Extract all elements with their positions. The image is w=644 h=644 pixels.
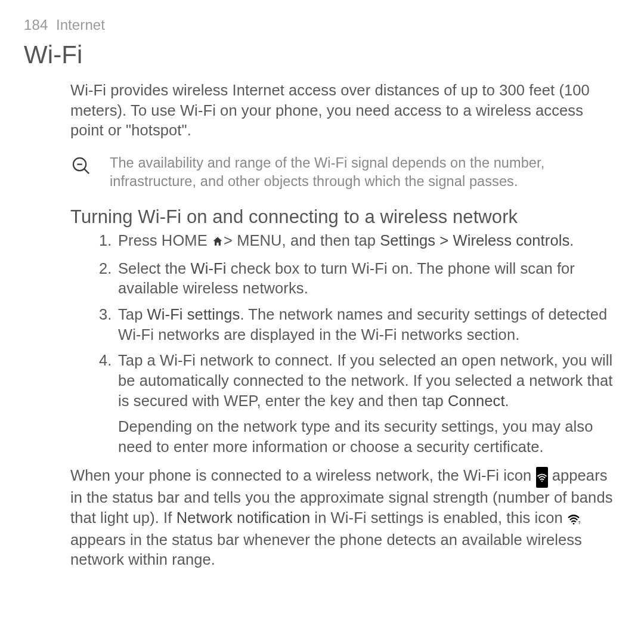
step-text: .: [505, 392, 509, 409]
step-text: Press HOME: [118, 232, 212, 249]
home-icon: [212, 233, 224, 253]
note-block: The availability and range of the Wi-Fi …: [21, 154, 623, 191]
step-1: Press HOME > MENU, and then tap Settings…: [99, 231, 623, 253]
step-text: Tap: [118, 306, 147, 323]
wifi-available-icon: ?: [567, 510, 580, 530]
step-2: Select the Wi-Fi check box to turn Wi-Fi…: [99, 259, 623, 299]
step-4-sub: Depending on the network type and its se…: [118, 417, 623, 457]
steps-list: Press HOME > MENU, and then tap Settings…: [21, 231, 623, 457]
page-title: Wi-Fi: [21, 38, 623, 71]
step-text: .: [569, 232, 574, 249]
closing-text: in Wi-Fi settings is enabled, this icon: [310, 509, 567, 526]
page-header: 184 Internet: [21, 16, 623, 35]
closing-text: appears in the status bar whenever the p…: [70, 531, 582, 568]
step-4: Tap a Wi-Fi network to connect. If you s…: [99, 351, 623, 457]
step-text-bold: Connect: [448, 392, 505, 409]
step-3: Tap Wi-Fi settings. The network names an…: [99, 305, 623, 345]
step-text-bold: Wi-Fi: [191, 260, 227, 277]
svg-point-4: [573, 523, 575, 525]
svg-text:?: ?: [578, 520, 580, 525]
page-number: 184: [24, 17, 48, 33]
step-text: Select the: [118, 260, 191, 277]
wifi-connected-icon: [536, 467, 548, 488]
step-text: > MENU, and then tap: [224, 232, 380, 249]
closing-paragraph: When your phone is connected to a wirele…: [21, 466, 623, 570]
note-text: The availability and range of the Wi-Fi …: [110, 154, 617, 191]
closing-text-bold: Network notification: [177, 509, 311, 526]
section-name: Internet: [56, 17, 105, 33]
step-text: Tap a Wi-Fi network to connect. If you s…: [118, 352, 612, 408]
closing-text: When your phone is connected to a wirele…: [70, 467, 536, 484]
note-icon: [70, 155, 91, 181]
step-text-bold: Settings > Wireless controls: [380, 232, 569, 249]
intro-paragraph: Wi-Fi provides wireless Internet access …: [21, 80, 623, 141]
section-heading: Turning Wi-Fi on and connecting to a wir…: [21, 205, 623, 230]
svg-point-3: [541, 481, 543, 482]
step-text-bold: Wi-Fi settings: [147, 306, 240, 323]
svg-line-1: [84, 169, 89, 174]
